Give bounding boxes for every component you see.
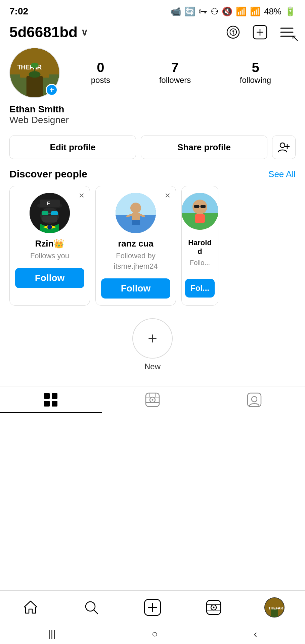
status-bar: 7:02 📹 🔄 🗝 ⚇ 🔇 📶 📶 48% 🔋 (0, 0, 305, 20)
mute-icon: 🔇 (222, 6, 232, 17)
nav-new-post[interactable] (139, 594, 166, 621)
following-stat[interactable]: 5 following (240, 61, 271, 85)
profile-bio: Web Designer (9, 115, 296, 125)
svg-rect-26 (42, 216, 57, 222)
content-tab-bar (0, 386, 305, 413)
key-icon: 🗝 (199, 6, 207, 17)
battery-icon: 🔋 (285, 6, 296, 17)
svg-rect-70 (271, 609, 278, 617)
dismiss-ranz-button[interactable]: × (165, 191, 170, 200)
plus-icon: + (148, 330, 157, 346)
followers-label: followers (159, 75, 191, 85)
svg-rect-36 (132, 220, 140, 225)
system-back-button[interactable]: ‹ (254, 628, 257, 640)
new-story-item[interactable]: + New (9, 318, 296, 371)
svg-point-15 (31, 63, 38, 68)
wifi-icon: 📶 (236, 6, 247, 17)
harold-username: Harold d (185, 238, 215, 256)
profile-info-row: THEFAR + 0 posts 7 followers (9, 48, 296, 98)
threads-button[interactable]: ⓣ (224, 23, 242, 41)
follow-harold-button[interactable]: Fol... (185, 279, 215, 298)
see-all-button[interactable]: See All (268, 169, 296, 179)
cursor-icon: ↖ (291, 33, 299, 44)
nav-home[interactable] (17, 594, 44, 621)
svg-rect-41 (194, 205, 199, 208)
discover-cards: × (9, 186, 296, 306)
system-recent-button[interactable]: ||| (48, 628, 56, 640)
svg-text:F: F (47, 201, 50, 206)
follow-ranz-button[interactable]: Follow (101, 278, 170, 299)
svg-rect-45 (44, 393, 50, 399)
rzin-subtitle: Follows you (30, 251, 69, 261)
ranz-avatar (116, 193, 156, 233)
stats-row: 0 posts 7 followers 5 following (67, 61, 296, 85)
svg-point-57 (252, 396, 257, 402)
ranz-username: ranz cua (118, 238, 154, 249)
profile-name: Ethan Smith (9, 104, 296, 115)
menu-button[interactable]: ↖ (278, 23, 296, 41)
action-buttons: Edit profile Share profile (0, 131, 305, 164)
following-label: following (240, 75, 271, 85)
new-story-label: New (144, 362, 161, 371)
add-person-button[interactable] (272, 136, 296, 159)
svg-text:ⓣ: ⓣ (229, 28, 237, 37)
status-icons: 📹 🔄 🗝 ⚇ 🔇 📶 📶 48% 🔋 (170, 6, 296, 17)
bottom-nav: THEFAR (0, 590, 305, 624)
svg-point-32 (130, 203, 141, 213)
share-profile-button[interactable]: Share profile (141, 136, 267, 159)
add-story-button[interactable]: + (46, 84, 58, 96)
following-count: 5 (252, 61, 259, 74)
svg-point-65 (213, 606, 214, 608)
profile-name-section: Ethan Smith Web Designer (9, 104, 296, 125)
svg-rect-12 (27, 76, 43, 97)
svg-rect-42 (201, 205, 206, 208)
header-actions: ⓣ ↖ (224, 23, 296, 41)
chevron-down-icon[interactable]: ∨ (81, 27, 88, 38)
ranz-subtitle: Followed by itsme.jhem24 (101, 251, 170, 272)
posts-count: 0 (97, 61, 104, 74)
new-post-button[interactable] (251, 23, 269, 41)
nav-reels[interactable] (200, 594, 227, 621)
system-nav: ||| ○ ‹ (0, 624, 305, 644)
discover-card-harold: Harold d Follo... Fol... (181, 186, 218, 306)
username-row[interactable]: 5d6681bd ∨ (9, 24, 88, 41)
follow-rzin-button[interactable]: Follow (15, 268, 84, 288)
bluetooth-icon: ⚇ (211, 6, 218, 17)
rzin-avatar: F (30, 193, 70, 233)
posts-stat[interactable]: 0 posts (91, 61, 110, 85)
highlights-section: + New (0, 310, 305, 379)
battery-text: 48% (264, 6, 281, 17)
nav-search[interactable] (78, 594, 105, 621)
followers-count: 7 (171, 61, 179, 74)
nav-profile[interactable]: THEFAR (261, 594, 288, 621)
svg-rect-47 (44, 401, 50, 407)
discover-card-ranz: × (95, 186, 176, 306)
svg-rect-24 (51, 211, 58, 215)
new-story-button[interactable]: + (132, 318, 173, 359)
svg-point-16 (280, 143, 285, 148)
discover-header: Discover people See All (9, 168, 296, 180)
rotate-icon: 🔄 (184, 6, 195, 17)
svg-rect-56 (248, 393, 261, 407)
svg-line-59 (94, 610, 98, 614)
svg-rect-23 (42, 211, 48, 215)
signal-icon: 📶 (250, 6, 261, 17)
profile-header: 5d6681bd ∨ ⓣ ↖ (0, 20, 305, 44)
edit-profile-button[interactable]: Edit profile (9, 136, 136, 159)
followers-stat[interactable]: 7 followers (159, 61, 191, 85)
svg-point-51 (152, 399, 154, 400)
dismiss-rzin-button[interactable]: × (79, 191, 84, 200)
harold-subtitle: Follo... (190, 258, 210, 267)
tab-tagged[interactable] (203, 386, 305, 413)
posts-label: posts (91, 75, 110, 85)
svg-rect-46 (52, 393, 57, 399)
tab-grid[interactable] (0, 386, 102, 413)
discover-card-rzin: × (9, 186, 90, 306)
username-text: 5d6681bd (9, 24, 78, 41)
svg-point-13 (29, 71, 40, 77)
tab-reels[interactable] (102, 386, 204, 413)
discover-section: Discover people See All × (0, 164, 305, 310)
camera-icon: 📹 (170, 6, 181, 17)
avatar-wrapper: THEFAR + (9, 48, 60, 98)
system-home-button[interactable]: ○ (152, 628, 158, 640)
